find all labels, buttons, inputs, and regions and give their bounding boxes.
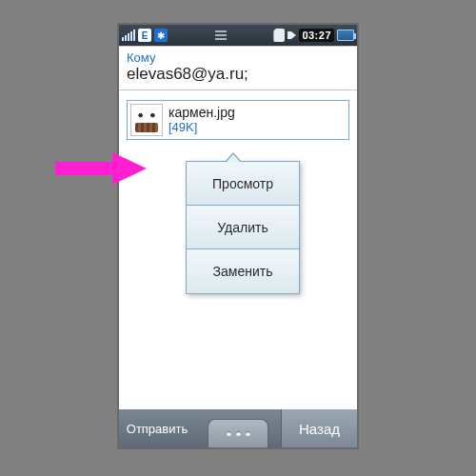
message-body[interactable]: кармен.jpg [49K] Просмотр Удалить Замени…	[119, 90, 357, 409]
attachment-thumbnail	[130, 104, 163, 136]
menu-item-replace[interactable]: Заменить	[187, 249, 299, 293]
context-menu: Просмотр Удалить Заменить	[186, 161, 300, 294]
attachment-filename: кармен.jpg	[169, 105, 235, 120]
softkey-back[interactable]: Назад	[281, 409, 357, 447]
status-bar: E ✱ 03:27	[119, 25, 357, 46]
softkey-send[interactable]: Отправить	[119, 409, 195, 447]
softkey-bar: Отправить Назад	[119, 409, 357, 447]
clock: 03:27	[299, 29, 334, 42]
menu-item-delete[interactable]: Удалить	[187, 206, 299, 249]
to-label: Кому	[119, 46, 357, 65]
storage-icon	[273, 29, 285, 42]
more-tab[interactable]	[208, 419, 268, 447]
signal-icon	[122, 30, 135, 41]
bluetooth-icon: ✱	[154, 29, 168, 42]
menu-item-view[interactable]: Просмотр	[187, 162, 299, 206]
attachment-chip[interactable]: кармен.jpg [49K]	[127, 100, 349, 140]
battery-icon	[337, 30, 354, 41]
sound-icon	[288, 31, 296, 39]
phone-screen: E ✱ 03:27 Кому elevas68@ya.ru; кармен.jp…	[119, 25, 357, 447]
to-field[interactable]: elevas68@ya.ru;	[119, 65, 357, 90]
network-badge: E	[138, 29, 151, 42]
menu-lines-icon	[215, 30, 227, 40]
attachment-size: [49K]	[169, 121, 235, 135]
